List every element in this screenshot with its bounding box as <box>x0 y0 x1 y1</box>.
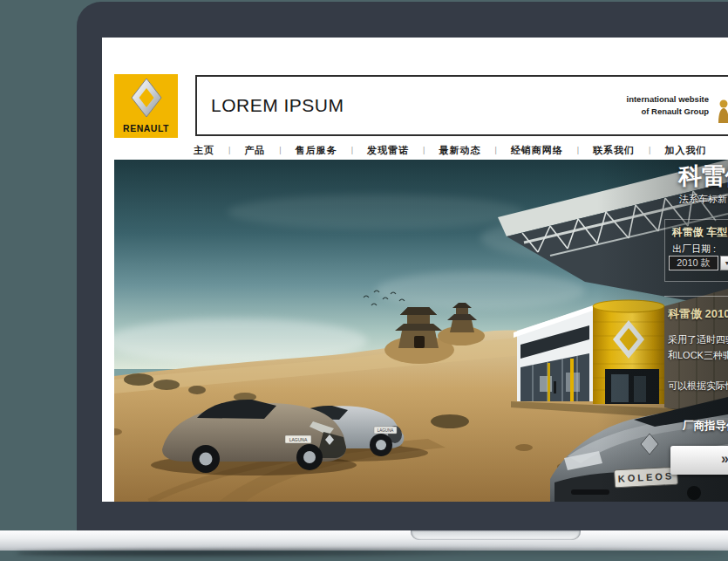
tagline-line-1: international website <box>627 93 710 106</box>
chevron-down-icon: ▼ <box>725 260 728 266</box>
details-button[interactable]: » <box>670 446 728 475</box>
tagline-line-2: of Renault Group <box>627 106 710 118</box>
page-title: LOREM IPSUM <box>211 77 344 134</box>
nav-item-news[interactable]: 最新动态 <box>439 144 480 157</box>
laptop-screen: RENAULT LOREM IPSUM international websit… <box>102 38 728 502</box>
nav-divider: | <box>649 146 650 154</box>
section-divider <box>664 296 728 298</box>
nav-item-home[interactable]: 主页 <box>194 144 214 157</box>
main-nav: 主页 | 产品 | 售后服务 | 发现雷诺 | 最新动态 | 经销商网络 | 联… <box>194 141 728 159</box>
hero-banner: LAGUNA LAGUNA <box>114 160 728 502</box>
section-heading: 科雷傲 2010 <box>668 306 728 322</box>
laptop-shadow <box>16 548 727 558</box>
model-filter-box: 科雷傲 车型 出厂日期 : 2010 款 ▼ <box>664 219 728 282</box>
nav-divider: | <box>351 146 353 154</box>
nav-item-discover[interactable]: 发现雷诺 <box>367 144 409 157</box>
panel-title: 科雷傲 <box>678 161 728 192</box>
nav-divider: | <box>494 146 496 154</box>
panel-subtitle: 法系车标新 <box>679 193 727 206</box>
nav-item-contact[interactable]: 联系我们 <box>593 144 635 157</box>
nav-divider: | <box>228 146 230 154</box>
nav-item-join[interactable]: 加入我们 <box>664 144 706 157</box>
nav-divider: | <box>279 146 281 154</box>
description-line-2: 和LOCK三种驱 <box>668 349 728 362</box>
header-tagline: international website of Renault Group <box>627 93 710 118</box>
year-select-arrow-button[interactable]: ▼ <box>720 256 728 270</box>
nav-item-dealers[interactable]: 经销商网络 <box>511 144 563 157</box>
year-select-value: 2010 款 <box>677 257 711 270</box>
renault-diamond-icon <box>128 78 165 118</box>
renault-logo[interactable]: RENAULT <box>114 74 178 138</box>
details-button-glyph: » <box>721 451 728 467</box>
koleos-info-panel: 科雷傲 法系车标新 科雷傲 车型 出厂日期 : 2010 款 ▼ 科雷傲 201… <box>114 160 728 502</box>
brand-name: RENAULT <box>114 123 178 133</box>
nav-item-aftersales[interactable]: 售后服务 <box>296 144 337 157</box>
laptop-latch-notch <box>411 530 581 540</box>
nav-item-products[interactable]: 产品 <box>244 144 265 157</box>
nav-divider: | <box>577 146 579 154</box>
price-label: 厂商指导价 <box>683 419 728 434</box>
nav-divider: | <box>423 146 425 154</box>
date-label: 出厂日期 : <box>672 243 716 256</box>
gold-figure-icon <box>715 99 728 125</box>
description-line-1: 采用了适时四驱 <box>668 333 728 346</box>
description-line-3: 可以根据实际情 <box>668 380 728 393</box>
model-heading: 科雷傲 车型 <box>672 225 727 240</box>
year-select[interactable]: 2010 款 <box>669 256 718 270</box>
